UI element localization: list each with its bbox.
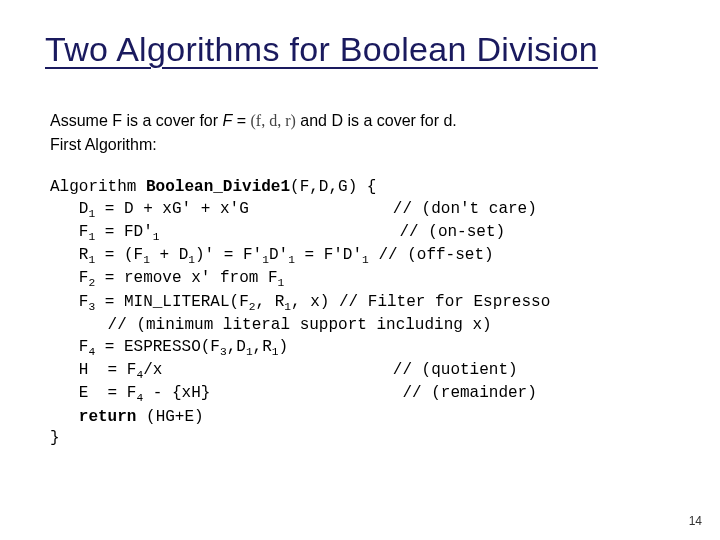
f4-c: ,D xyxy=(227,338,246,356)
f3-b: = MIN_LITERAL(F xyxy=(95,293,249,311)
f3-c: , R xyxy=(255,293,284,311)
f4-e: ) xyxy=(279,338,289,356)
algorithm-block: Algorithm Boolean_Divide1(F,D,G) { D1 = … xyxy=(50,177,670,450)
close: } xyxy=(50,429,60,447)
e-a: E = F xyxy=(50,384,136,402)
f4-a: F xyxy=(50,338,88,356)
r1-a: R xyxy=(50,246,88,264)
h-b: /x // (quotient) xyxy=(143,361,517,379)
f3-e: // (minimum literal support including x) xyxy=(50,316,492,334)
sig-c: (F,D,G) { xyxy=(290,178,376,196)
intro1-e: and D is a cover for d. xyxy=(296,112,457,129)
r1-g: // (off-set) xyxy=(369,246,494,264)
r1-f: = F'D' xyxy=(295,246,362,264)
intro-line-1: Assume F is a cover for F = (f, d, r) an… xyxy=(50,109,670,133)
d1-a: D xyxy=(50,200,88,218)
f1-a: F xyxy=(50,223,88,241)
f3-a: F xyxy=(50,293,88,311)
r1-b: = (F xyxy=(95,246,143,264)
f4-b: = ESPRESSO(F xyxy=(95,338,220,356)
e-b: - {xH} // (remainder) xyxy=(143,384,537,402)
intro-line-2: First Algorithm: xyxy=(50,133,670,157)
f1-c: // (on-set) xyxy=(159,223,505,241)
intro1-b: F xyxy=(223,112,233,129)
ret: return xyxy=(50,408,136,426)
intro-block: Assume F is a cover for F = (f, d, r) an… xyxy=(50,109,670,157)
f2-a: F xyxy=(50,269,88,287)
sig-a: Algorithm xyxy=(50,178,146,196)
intro1-c: = xyxy=(232,112,250,129)
intro1-a: Assume F is a cover for xyxy=(50,112,223,129)
d1-b: = D + xG' + x'G // (don't care) xyxy=(95,200,537,218)
intro1-d: (f, d, r) xyxy=(251,112,296,129)
page-number: 14 xyxy=(689,514,702,528)
slide-title: Two Algorithms for Boolean Division xyxy=(45,30,670,69)
r1-e: D' xyxy=(269,246,288,264)
sig-b: Boolean_Divide1 xyxy=(146,178,290,196)
ret2: (HG+E) xyxy=(136,408,203,426)
r1-d: )' = F' xyxy=(195,246,262,264)
f2-b: = remove x' from F xyxy=(95,269,277,287)
h-a: H = F xyxy=(50,361,136,379)
f3-d: , x) // Filter for Espresso xyxy=(291,293,550,311)
f1-b: = FD' xyxy=(95,223,153,241)
f4-d: ,R xyxy=(253,338,272,356)
r1-c: + D xyxy=(150,246,188,264)
